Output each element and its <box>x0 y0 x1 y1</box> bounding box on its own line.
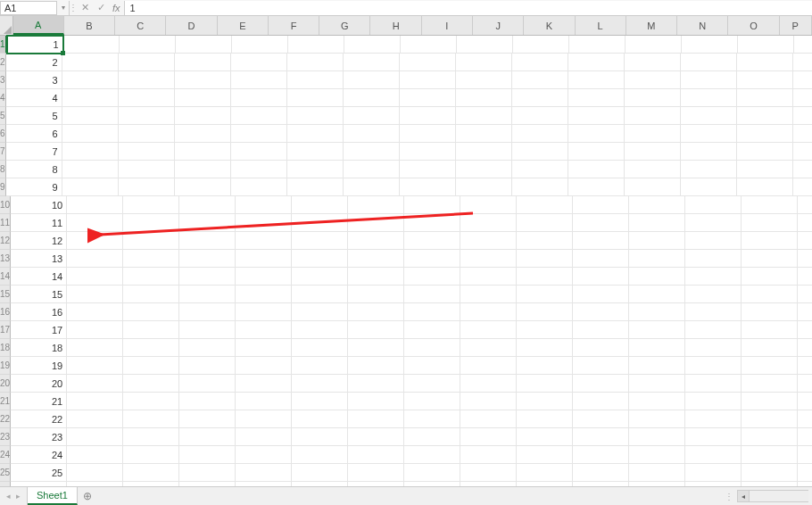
column-header-H[interactable]: H <box>370 16 421 35</box>
cell-A13[interactable]: 13 <box>11 250 67 268</box>
cell-N8[interactable] <box>737 161 793 178</box>
cell-H10[interactable] <box>404 196 460 214</box>
cell-L21[interactable] <box>629 393 685 410</box>
cell-J3[interactable] <box>512 71 568 89</box>
cell-E3[interactable] <box>231 71 287 89</box>
cell-C23[interactable] <box>123 428 179 446</box>
cell-D15[interactable] <box>179 286 236 303</box>
row-header-24[interactable]: 24 <box>0 446 11 464</box>
cell-E23[interactable] <box>236 428 292 446</box>
cell-I10[interactable] <box>460 196 517 214</box>
cell-I3[interactable] <box>456 71 512 89</box>
cell-B18[interactable] <box>67 339 123 357</box>
cell-D17[interactable] <box>179 321 236 339</box>
row-header-16[interactable]: 16 <box>0 303 11 321</box>
row-header-17[interactable]: 17 <box>0 321 11 339</box>
cell-L2[interactable] <box>625 54 681 71</box>
cell-K19[interactable] <box>573 357 629 375</box>
cell-A2[interactable]: 2 <box>6 54 62 71</box>
cell-F11[interactable] <box>292 214 348 232</box>
cell-F6[interactable] <box>287 125 344 143</box>
cell-G19[interactable] <box>348 357 404 375</box>
cell-N25[interactable] <box>742 464 798 482</box>
cell-E25[interactable] <box>236 464 292 482</box>
column-header-F[interactable]: F <box>269 16 319 35</box>
cell-M16[interactable] <box>685 303 742 321</box>
cell-H11[interactable] <box>404 214 460 232</box>
cell-J4[interactable] <box>512 89 568 107</box>
cell-J24[interactable] <box>517 446 573 464</box>
cell-A11[interactable]: 11 <box>11 214 67 232</box>
cell-C21[interactable] <box>123 393 179 410</box>
cell-D13[interactable] <box>179 250 236 268</box>
column-header-G[interactable]: G <box>319 16 370 35</box>
cell-G7[interactable] <box>344 143 400 161</box>
column-header-C[interactable]: C <box>115 16 166 35</box>
cell-D5[interactable] <box>175 107 231 125</box>
cell-O16[interactable] <box>798 303 812 321</box>
cell-E8[interactable] <box>231 161 287 178</box>
cell-C14[interactable] <box>123 268 179 286</box>
name-box-dropdown-icon[interactable]: ▾ <box>57 1 70 15</box>
cell-A5[interactable]: 5 <box>6 107 62 125</box>
cell-B6[interactable] <box>62 125 119 143</box>
cell-N1[interactable] <box>738 36 794 54</box>
cell-C5[interactable] <box>119 107 175 125</box>
cell-J20[interactable] <box>517 375 573 393</box>
cell-H8[interactable] <box>400 161 456 178</box>
column-header-A[interactable]: A <box>13 16 64 35</box>
cell-K14[interactable] <box>573 268 629 286</box>
cell-B14[interactable] <box>67 268 123 286</box>
sheet-tab[interactable]: Sheet1 <box>28 487 78 505</box>
cell-J17[interactable] <box>517 321 573 339</box>
cell-D14[interactable] <box>179 268 236 286</box>
cell-F25[interactable] <box>292 464 348 482</box>
formula-input[interactable]: 1 <box>124 1 812 15</box>
cell-O13[interactable] <box>798 250 812 268</box>
cell-B15[interactable] <box>67 286 123 303</box>
cell-G16[interactable] <box>348 303 404 321</box>
cell-F15[interactable] <box>292 286 348 303</box>
cell-F10[interactable] <box>292 196 348 214</box>
cell-I15[interactable] <box>460 286 517 303</box>
cell-J7[interactable] <box>512 143 568 161</box>
cell-O10[interactable] <box>798 196 812 214</box>
cell-N4[interactable] <box>737 89 793 107</box>
cell-K6[interactable] <box>568 125 625 143</box>
cell-O2[interactable] <box>793 54 812 71</box>
cell-L6[interactable] <box>625 125 681 143</box>
cell-D9[interactable] <box>175 178 231 196</box>
cell-I5[interactable] <box>456 107 512 125</box>
cell-K8[interactable] <box>568 161 625 178</box>
cell-G22[interactable] <box>348 410 404 428</box>
cell-C8[interactable] <box>119 161 175 178</box>
cell-I16[interactable] <box>460 303 517 321</box>
cell-J10[interactable] <box>517 196 573 214</box>
cell-C15[interactable] <box>123 286 179 303</box>
cell-K24[interactable] <box>573 446 629 464</box>
cell-L14[interactable] <box>629 268 685 286</box>
row-header-1[interactable]: 1 <box>0 36 7 54</box>
cell-H9[interactable] <box>400 178 456 196</box>
row-header-18[interactable]: 18 <box>0 339 11 357</box>
cell-I8[interactable] <box>456 161 512 178</box>
cell-N19[interactable] <box>742 357 798 375</box>
cell-K21[interactable] <box>573 393 629 410</box>
cell-A15[interactable]: 15 <box>11 286 67 303</box>
cell-O1[interactable] <box>794 36 812 54</box>
cell-E13[interactable] <box>236 250 292 268</box>
cell-F16[interactable] <box>292 303 348 321</box>
cell-I12[interactable] <box>460 232 517 250</box>
row-header-10[interactable]: 10 <box>0 196 11 214</box>
row-header-22[interactable]: 22 <box>0 410 11 428</box>
cell-D2[interactable] <box>175 54 231 71</box>
cell-B1[interactable] <box>63 36 120 54</box>
cell-M3[interactable] <box>681 71 737 89</box>
cell-M1[interactable] <box>682 36 738 54</box>
cell-C12[interactable] <box>123 232 179 250</box>
cell-K12[interactable] <box>573 232 629 250</box>
cell-H19[interactable] <box>404 357 460 375</box>
cell-G11[interactable] <box>348 214 404 232</box>
cell-B16[interactable] <box>67 303 123 321</box>
row-header-21[interactable]: 21 <box>0 393 11 410</box>
